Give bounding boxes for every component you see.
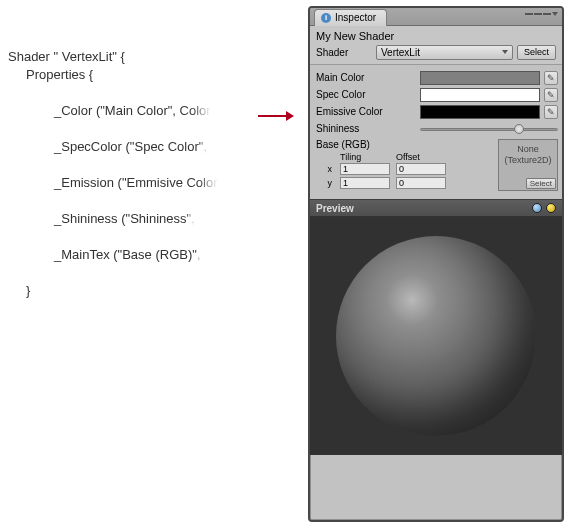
axis-x-label: x [316, 164, 334, 174]
shader-dropdown-value: VertexLit [381, 47, 420, 58]
code-fade: ", [192, 247, 200, 262]
inspector-panel: i Inspector My New Shader Shader VertexL… [308, 6, 564, 522]
code-line: _Shininess ("Shinines [54, 211, 180, 226]
code-line: _MainTex ("Base (RGB) [54, 247, 192, 262]
chevron-down-icon [502, 50, 508, 54]
mapping-arrow [258, 115, 288, 117]
offset-y-input[interactable] [396, 177, 446, 189]
slider-thumb[interactable] [514, 124, 524, 134]
prop-row-spec-color: Spec Color ✎ [316, 86, 558, 103]
shader-code-block: Shader " VertexLit" { Properties { _Colo… [8, 30, 218, 318]
texture-slot[interactable]: None (Texture2D) Select [498, 139, 558, 191]
code-line: } [26, 283, 30, 298]
texture-type-label: (Texture2D) [504, 155, 551, 165]
shininess-slider[interactable] [420, 122, 558, 136]
code-line: _Color ("Main Color", [54, 103, 180, 118]
color-swatch-emissive[interactable] [420, 105, 540, 119]
prop-row-shininess: Shininess [316, 120, 558, 137]
preview-sphere [336, 236, 536, 436]
texture-block: Base (RGB) Tiling Offset x y [316, 139, 558, 191]
code-line: _Emission ("Emmisive [54, 175, 186, 190]
color-swatch-main[interactable] [420, 71, 540, 85]
texture-label: Base (RGB) [316, 139, 492, 150]
material-name: My New Shader [316, 30, 556, 42]
axis-y-label: y [316, 178, 334, 188]
offset-x-input[interactable] [396, 163, 446, 175]
prop-label: Shininess [316, 123, 416, 134]
tiling-x-input[interactable] [340, 163, 390, 175]
code-line: _SpecColor ("Spec Colo [54, 139, 194, 154]
prop-label: Main Color [316, 72, 416, 83]
tiling-header: Tiling [340, 152, 390, 162]
color-swatch-spec[interactable] [420, 88, 540, 102]
inspector-tabbar: i Inspector [310, 8, 562, 26]
inspector-tab[interactable]: i Inspector [314, 9, 387, 26]
material-header: My New Shader Shader VertexLit Select [310, 26, 562, 65]
preview-label: Preview [316, 203, 354, 214]
info-icon: i [321, 13, 331, 23]
eyedropper-icon[interactable]: ✎ [544, 88, 558, 102]
panel-menu-button[interactable] [525, 12, 558, 16]
shader-dropdown[interactable]: VertexLit [376, 45, 513, 60]
preview-bar: Preview [310, 199, 562, 217]
code-fade: Color [186, 175, 217, 190]
prop-label: Spec Color [316, 89, 416, 100]
properties-list: Main Color ✎ Spec Color ✎ Emissive Color… [310, 65, 562, 199]
texture-select-button[interactable]: Select [526, 178, 556, 189]
code-fade: r", [194, 139, 207, 154]
prop-row-emissive-color: Emissive Color ✎ [316, 103, 558, 120]
eyedropper-icon[interactable]: ✎ [544, 71, 558, 85]
texture-none-label: None [517, 144, 539, 154]
shader-label: Shader [316, 47, 372, 58]
tiling-y-input[interactable] [340, 177, 390, 189]
code-fade: s", [180, 211, 195, 226]
eyedropper-icon[interactable]: ✎ [544, 105, 558, 119]
light-blue-toggle[interactable] [532, 203, 542, 213]
code-line: Properties { [26, 67, 93, 82]
offset-header: Offset [396, 152, 446, 162]
code-line: Shader " VertexLit" { [8, 49, 125, 64]
prop-label: Emissive Color [316, 106, 416, 117]
inspector-tab-label: Inspector [335, 10, 376, 26]
prop-row-main-color: Main Color ✎ [316, 69, 558, 86]
preview-viewport[interactable] [310, 217, 562, 455]
select-button-label: Select [524, 47, 549, 57]
code-fade: Color [180, 103, 211, 118]
shader-select-button[interactable]: Select [517, 45, 556, 60]
light-color-toggle[interactable] [546, 203, 556, 213]
